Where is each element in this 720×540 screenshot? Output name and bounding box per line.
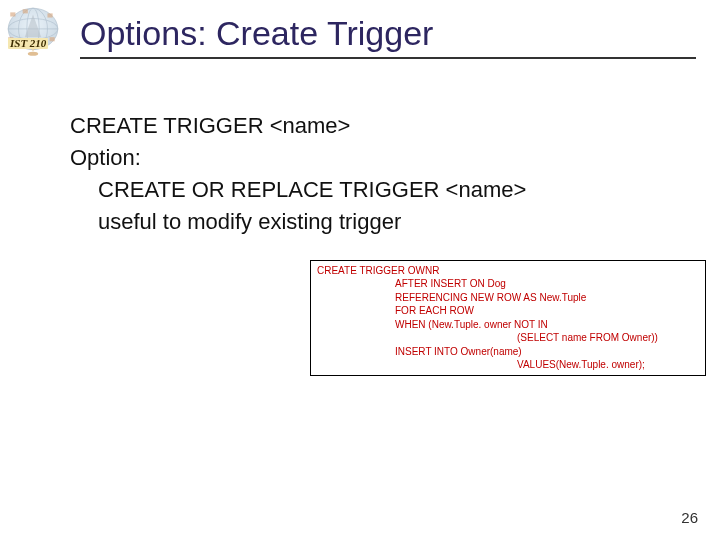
svg-rect-10	[50, 37, 55, 41]
course-logo: IST 210	[6, 12, 72, 62]
body-line-1: CREATE TRIGGER <name>	[70, 110, 680, 142]
code-line: FOR EACH ROW	[317, 304, 699, 318]
svg-rect-7	[23, 9, 28, 13]
code-line: (SELECT name FROM Owner))	[317, 331, 699, 345]
code-line: INSERT INTO Owner(name)	[317, 345, 699, 359]
svg-rect-6	[10, 12, 15, 16]
code-line: AFTER INSERT ON Dog	[317, 277, 699, 291]
body-line-3: CREATE OR REPLACE TRIGGER <name>	[70, 174, 680, 206]
slide-body: CREATE TRIGGER <name> Option: CREATE OR …	[0, 62, 720, 376]
body-line-4: useful to modify existing trigger	[70, 206, 680, 238]
code-line: VALUES(New.Tuple. owner);	[317, 358, 699, 372]
svg-point-11	[28, 52, 38, 56]
slide-number: 26	[681, 509, 698, 526]
svg-rect-8	[47, 13, 52, 17]
title-area: Options: Create Trigger	[72, 14, 720, 61]
body-line-2: Option:	[70, 142, 680, 174]
logo-globe-icon	[2, 6, 64, 58]
code-example-box: CREATE TRIGGER OWNR AFTER INSERT ON Dog …	[310, 260, 706, 376]
code-line: REFERENCING NEW ROW AS New.Tuple	[317, 291, 699, 305]
slide-title: Options: Create Trigger	[80, 14, 433, 52]
course-code: IST 210	[8, 38, 48, 49]
code-line: CREATE TRIGGER OWNR	[317, 264, 699, 278]
code-line: WHEN (New.Tuple. owner NOT IN	[317, 318, 699, 332]
slide-header: IST 210 Options: Create Trigger	[0, 0, 720, 62]
